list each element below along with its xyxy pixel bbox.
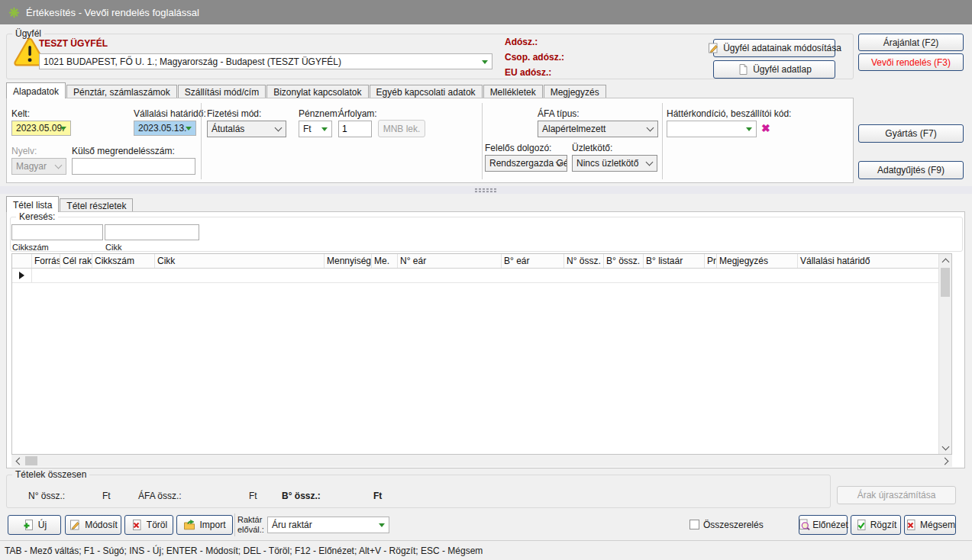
- vat-type-combo[interactable]: Alapértelmezett: [538, 121, 658, 137]
- scroll-down-icon: [942, 443, 950, 450]
- modify-button[interactable]: Módosít: [65, 515, 121, 535]
- main-tab-3[interactable]: Bizonylat kapcsolatok: [266, 85, 368, 98]
- preview-button[interactable]: Előnézet: [799, 515, 848, 535]
- detail-tab-0[interactable]: Tétel lista: [6, 196, 59, 212]
- vat-type-value: Alapértelmezett: [542, 124, 605, 134]
- payment-label: Fizetési mód:: [207, 108, 261, 119]
- save-button-label: Rögzít: [870, 520, 897, 530]
- delete-button[interactable]: Töröl: [124, 515, 173, 535]
- table-header-5[interactable]: Me.: [372, 254, 398, 268]
- currency-combo[interactable]: Ft: [299, 121, 332, 137]
- customer-datasheet-button[interactable]: Ügyfél adatlap: [713, 60, 835, 79]
- import-icon: [183, 519, 195, 531]
- table-header-6[interactable]: N° eár: [398, 254, 502, 268]
- detail-tabstrip: Tétel listaTétel részletek: [6, 195, 134, 211]
- customer-group: Ügyfél TESZT ÜGYFÉL 1021 BUDAPEST, FŐ U.…: [6, 34, 854, 79]
- date-value: 2023.05.09.: [16, 123, 64, 134]
- date-picker[interactable]: 2023.05.09.: [11, 121, 71, 136]
- import-button[interactable]: Import: [176, 515, 233, 535]
- row-indicator-icon: [19, 272, 24, 279]
- main-tab-2[interactable]: Szállítási mód/cím: [178, 85, 266, 98]
- main-tab-1[interactable]: Pénztár, számlaszámok: [66, 85, 177, 98]
- table-header-0[interactable]: Forrás: [32, 254, 60, 268]
- gross-total-label: B° össz.:: [282, 491, 321, 501]
- scroll-down-button[interactable]: [939, 441, 952, 454]
- data-collection-button[interactable]: Adatgyűjtés (F9): [858, 161, 964, 179]
- table-corner-cell: [12, 254, 32, 268]
- external-order-input[interactable]: [72, 158, 195, 175]
- vertical-scroll-thumb[interactable]: [941, 268, 950, 297]
- main-tab-6[interactable]: Megjegyzés: [544, 85, 606, 98]
- save-icon: [855, 519, 867, 531]
- status-bar-text: TAB - Mező váltás; F1 - Súgó; INS - Új; …: [5, 546, 483, 556]
- warehouse-label-line2: elővál.:: [237, 525, 264, 534]
- scroll-up-button[interactable]: [939, 254, 952, 267]
- scroll-up-icon: [942, 258, 950, 266]
- deadline-dropdown-icon: [186, 127, 192, 130]
- customer-address-combo[interactable]: 1021 BUDAPEST, FŐ U. 1.; Magyarország - …: [39, 53, 492, 69]
- rate-input[interactable]: [338, 121, 372, 137]
- quote-button-label: Árajánlat (F2): [883, 37, 939, 48]
- agent-combo[interactable]: Nincs üzletkötő: [572, 155, 657, 172]
- assembly-checkbox[interactable]: [689, 520, 699, 529]
- delete-button-label: Töröl: [147, 520, 167, 530]
- customer-modify-button[interactable]: Ügyfél adatainak módosítása: [713, 39, 835, 57]
- basic-data-panel: Kelt: 2023.05.09. Vállalási határidő: 20…: [6, 98, 854, 183]
- external-order-label: Külső megrendelésszám:: [72, 146, 175, 156]
- scroll-left-button[interactable]: [11, 455, 24, 468]
- production-button[interactable]: Gyártás (F7): [858, 124, 964, 143]
- horizontal-scrollbar[interactable]: [11, 455, 952, 467]
- cancel-icon: [905, 519, 917, 531]
- window-titlebar[interactable]: Értékesítés - Vevői rendelés foglalással: [0, 0, 972, 24]
- main-tab-0[interactable]: Alapadatok: [6, 82, 66, 98]
- new-button[interactable]: Új: [8, 515, 61, 535]
- deadline-picker[interactable]: 2023.05.13.: [134, 121, 196, 136]
- warehouse-combo[interactable]: Áru raktár: [267, 517, 389, 533]
- table-header: ForrásCél raktárCikkszámCikkMennyiségMe.…: [12, 254, 940, 269]
- language-value: Magyar: [16, 161, 47, 172]
- table-header-8[interactable]: N° össz.: [564, 254, 604, 268]
- main-tab-5[interactable]: Mellékletek: [483, 85, 543, 98]
- main-tab-4[interactable]: Egyéb kapcsolati adatok: [370, 85, 483, 98]
- table-header-10[interactable]: B° listaár: [644, 254, 705, 268]
- table-header-9[interactable]: B° össz.: [604, 254, 644, 268]
- save-button[interactable]: Rögzít: [851, 515, 901, 535]
- totals-group: Tételek összesen N° össz.: Ft ÁFA össz.:…: [6, 475, 831, 508]
- scroll-left-icon: [15, 458, 23, 465]
- table-header-2[interactable]: Cikkszám: [92, 254, 155, 268]
- language-combo: Magyar: [11, 158, 66, 175]
- table-header-11[interactable]: Pn.: [705, 254, 717, 268]
- preview-button-label: Előnézet: [812, 520, 848, 530]
- customer-address-value: 1021 BUDAPEST, FŐ U. 1.; Magyarország - …: [44, 56, 341, 67]
- table-header-7[interactable]: B° eár: [502, 254, 564, 268]
- search-item-input[interactable]: [105, 224, 199, 240]
- background-condition-clear-icon[interactable]: ✖: [761, 123, 770, 134]
- table-row[interactable]: [12, 269, 940, 283]
- scroll-right-icon: [941, 458, 948, 465]
- mnb-button: MNB lek.: [378, 120, 425, 137]
- form-divider-1: [201, 103, 202, 179]
- horizontal-scroll-thumb[interactable]: [25, 456, 37, 465]
- background-condition-combo[interactable]: [667, 121, 757, 137]
- table-header-1[interactable]: Cél raktár: [60, 254, 92, 268]
- cancel-button[interactable]: Mégsem: [904, 515, 956, 535]
- table-header-4[interactable]: Mennyiség: [325, 254, 372, 268]
- payment-combo[interactable]: Átutalás: [207, 121, 286, 137]
- table-header-3[interactable]: Cikk: [155, 254, 325, 268]
- preview-icon: [798, 519, 810, 531]
- detail-tab-1[interactable]: Tétel részletek: [60, 198, 133, 211]
- table-header-12[interactable]: Megjegyzés: [717, 254, 798, 268]
- edit-icon: [69, 519, 81, 531]
- vertical-scrollbar[interactable]: [938, 254, 951, 454]
- new-button-label: Új: [38, 520, 47, 530]
- splitter[interactable]: [0, 186, 972, 194]
- table-header-13[interactable]: Vállalási határidő: [798, 254, 940, 268]
- responsible-combo[interactable]: Rendszergazda Gé: [485, 155, 567, 172]
- agent-dropdown-icon: [646, 159, 654, 166]
- warehouse-value: Áru raktár: [272, 520, 312, 530]
- quote-button[interactable]: Árajánlat (F2): [858, 34, 964, 51]
- customer-order-button[interactable]: Vevői rendelés (F3): [858, 53, 964, 71]
- search-item-number-input[interactable]: [11, 224, 103, 240]
- scroll-right-button[interactable]: [939, 455, 952, 468]
- deadline-value: 2023.05.13.: [138, 123, 186, 134]
